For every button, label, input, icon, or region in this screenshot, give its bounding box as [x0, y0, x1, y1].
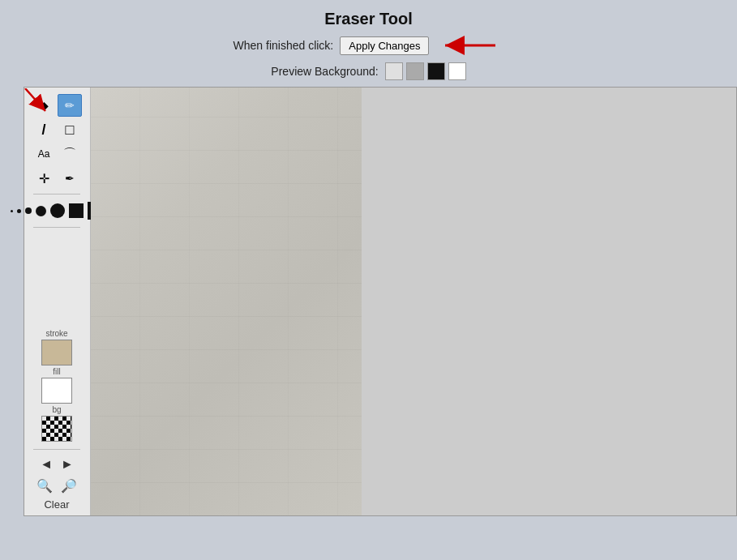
- page-title: Eraser Tool: [0, 0, 737, 33]
- bg-swatch-checker[interactable]: [41, 416, 72, 442]
- zoom-out-button[interactable]: 🔍: [35, 477, 54, 495]
- tool-move[interactable]: ✛: [32, 167, 56, 190]
- stroke-label: stroke: [45, 329, 67, 338]
- tool-rect[interactable]: □: [58, 118, 82, 141]
- preview-bg-label: Preview Background:: [271, 65, 378, 78]
- apply-changes-row: When finished click: Apply Changes: [234, 33, 504, 58]
- separator-1: [33, 194, 80, 195]
- tool-row-3: Aa ⌒: [28, 143, 87, 165]
- svg-line-3: [25, 88, 45, 111]
- brush-size-5[interactable]: [49, 202, 66, 220]
- bg-swatch-lightgrey[interactable]: [385, 62, 403, 80]
- editor-area: ◆ ✏ / □ Aa ⌒ ✛ ✒: [24, 87, 737, 516]
- tool-row-2: / □: [28, 118, 87, 141]
- zoom-controls: 🔍 🔎: [35, 477, 79, 495]
- when-finished-label: When finished click:: [234, 39, 334, 52]
- toolbar: ◆ ✏ / □ Aa ⌒ ✛ ✒: [24, 88, 91, 515]
- arrow-right-icon: [439, 33, 503, 58]
- top-controls: When finished click: Apply Changes Previ…: [0, 33, 737, 80]
- brush-size-1[interactable]: [10, 202, 14, 220]
- bg-label: bg: [52, 405, 61, 414]
- bg-swatch-white[interactable]: [448, 62, 466, 80]
- zoom-in-button[interactable]: 🔎: [59, 477, 79, 495]
- clear-button[interactable]: Clear: [44, 498, 69, 511]
- preview-bg-row: Preview Background:: [271, 62, 465, 80]
- bg-swatch-black[interactable]: [427, 62, 445, 80]
- brush-size-6[interactable]: [68, 202, 84, 220]
- fill-label: fill: [53, 367, 60, 376]
- brush-size-4[interactable]: [35, 202, 47, 220]
- tool-row-4: ✛ ✒: [28, 167, 87, 190]
- canvas-area[interactable]: [91, 88, 736, 515]
- image-left-panel: [91, 88, 362, 515]
- arrow-down-left-icon: [21, 88, 54, 117]
- stroke-swatch[interactable]: [41, 340, 72, 365]
- apply-changes-button[interactable]: Apply Changes: [340, 36, 429, 55]
- brush-size-2[interactable]: [16, 202, 22, 220]
- brush-size-3[interactable]: [24, 202, 32, 220]
- brush-sizes: [28, 202, 87, 220]
- bg-options: [385, 62, 466, 80]
- tool-dropper[interactable]: ✒: [58, 167, 82, 190]
- fill-swatch[interactable]: [41, 378, 72, 404]
- tool-line[interactable]: /: [32, 118, 56, 141]
- redo-button[interactable]: ►: [59, 455, 75, 473]
- bottom-controls: ◄ ►: [38, 455, 75, 473]
- separator-2: [33, 227, 80, 228]
- tool-pencil[interactable]: ✏: [58, 94, 82, 117]
- separator-3: [33, 449, 80, 450]
- bg-swatch-grey[interactable]: [406, 62, 424, 80]
- tool-text[interactable]: Aa: [32, 143, 56, 165]
- color-section: stroke fill bg: [28, 326, 87, 445]
- undo-button[interactable]: ◄: [38, 455, 54, 473]
- tool-lasso[interactable]: ⌒: [58, 143, 82, 165]
